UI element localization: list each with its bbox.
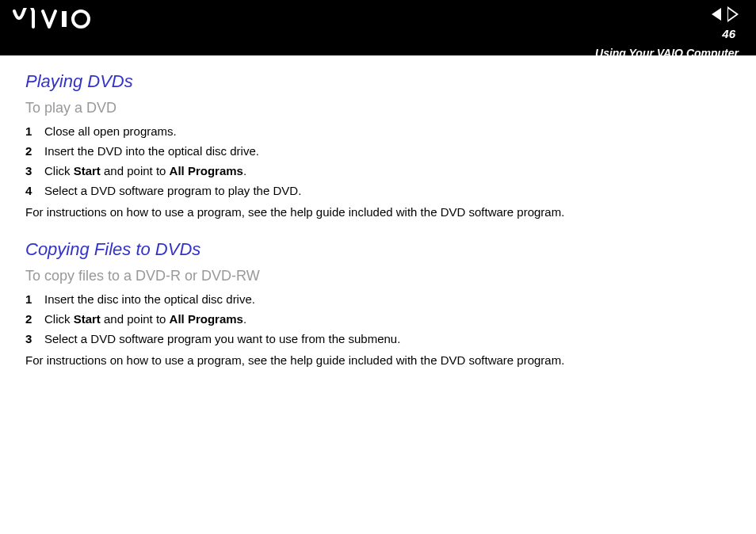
bold-start: Start [74, 312, 101, 326]
bold-allprograms: All Programs [170, 312, 243, 326]
section-title-copying: Copying Files to DVDs [25, 239, 731, 260]
step-num: 2 [25, 144, 44, 158]
step-item: 2 Insert the DVD into the optical disc d… [25, 144, 731, 158]
text-span: . [243, 164, 246, 177]
nav-next-icon[interactable] [727, 6, 739, 22]
step-text: Click Start and point to All Programs. [44, 164, 731, 177]
step-num: 2 [25, 312, 44, 326]
step-text: Click Start and point to All Programs. [44, 312, 731, 326]
text-span: Click [44, 164, 74, 177]
step-item: 1 Insert the disc into the optical disc … [25, 292, 731, 306]
bold-allprograms: All Programs [170, 164, 243, 177]
nav-prev-icon[interactable] [712, 8, 721, 21]
subtitle-play-dvd: To play a DVD [25, 100, 731, 116]
step-num: 1 [25, 292, 44, 306]
bold-start: Start [74, 164, 101, 177]
vaio-logo [13, 8, 100, 36]
text-span: and point to [101, 312, 170, 326]
section-name: Using Your VAIO Computer [595, 47, 739, 59]
text-span: and point to [101, 164, 170, 177]
step-text: Insert the DVD into the optical disc dri… [44, 144, 731, 158]
step-text: Close all open programs. [44, 124, 731, 138]
step-item: 3 Select a DVD software program you want… [25, 332, 731, 345]
header-right: 46 Using Your VAIO Computer [595, 6, 739, 59]
step-num: 3 [25, 332, 44, 345]
svg-point-1 [73, 11, 89, 27]
step-item: 2 Click Start and point to All Programs. [25, 312, 731, 326]
note-play: For instructions on how to use a program… [25, 205, 731, 219]
nav-controls [712, 6, 739, 22]
step-text: Select a DVD software program to play th… [44, 184, 731, 197]
step-item: 1 Close all open programs. [25, 124, 731, 138]
step-num: 1 [25, 124, 44, 138]
page-number: 46 [722, 27, 735, 40]
step-list-copy: 1 Insert the disc into the optical disc … [25, 292, 731, 345]
step-num: 3 [25, 164, 44, 177]
step-text: Insert the disc into the optical disc dr… [44, 292, 731, 306]
step-list-play: 1 Close all open programs. 2 Insert the … [25, 124, 731, 197]
svg-rect-0 [62, 11, 67, 27]
vaio-logo-svg [13, 8, 100, 30]
note-copy: For instructions on how to use a program… [25, 353, 731, 367]
step-item: 4 Select a DVD software program to play … [25, 184, 731, 197]
text-span: Click [44, 312, 74, 326]
text-span: . [243, 312, 246, 326]
header-bar: 46 Using Your VAIO Computer [0, 0, 756, 55]
step-item: 3 Click Start and point to All Programs. [25, 164, 731, 177]
subtitle-copy-dvd: To copy files to a DVD-R or DVD-RW [25, 268, 731, 284]
step-num: 4 [25, 184, 44, 197]
section-title-playing: Playing DVDs [25, 71, 731, 92]
step-text: Select a DVD software program you want t… [44, 332, 731, 345]
content: Playing DVDs To play a DVD 1 Close all o… [0, 55, 756, 367]
